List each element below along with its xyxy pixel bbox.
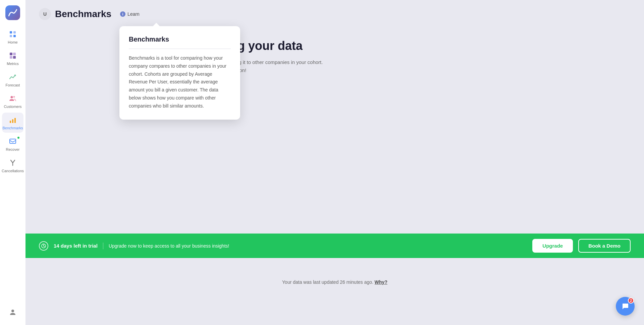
tooltip-popup: Benchmarks Benchmarks is a tool for comp… bbox=[119, 26, 240, 120]
sidebar-item-home-label: Home bbox=[8, 40, 17, 44]
svg-rect-5 bbox=[13, 53, 16, 55]
learn-button[interactable]: i Learn bbox=[115, 9, 144, 19]
main-content: U Benchmarks i Learn Benchmarks Benchmar… bbox=[25, 0, 644, 325]
home-icon bbox=[8, 29, 17, 39]
svg-rect-7 bbox=[13, 56, 16, 59]
page-title: Benchmarks bbox=[55, 9, 111, 19]
tooltip-title: Benchmarks bbox=[129, 36, 231, 43]
info-icon: i bbox=[120, 11, 125, 17]
sidebar-item-forecast-label: Forecast bbox=[6, 83, 20, 87]
sidebar-item-recover-label: Recover bbox=[6, 147, 20, 151]
tooltip-body: Benchmarks is a tool for comparing how y… bbox=[129, 54, 231, 110]
footer: Your data was last updated 26 minutes ag… bbox=[25, 279, 644, 285]
cancellations-icon bbox=[8, 158, 17, 168]
sidebar-item-cancellations[interactable]: Cancellations bbox=[2, 155, 23, 176]
svg-rect-3 bbox=[13, 35, 16, 37]
sidebar-item-metrics[interactable]: Metrics bbox=[2, 48, 23, 68]
sidebar-item-benchmarks-label: Benchmarks bbox=[2, 126, 23, 130]
chat-badge: 2 bbox=[628, 298, 634, 304]
footer-text: Your data was last updated 26 minutes ag… bbox=[282, 279, 373, 285]
svg-point-10 bbox=[13, 96, 15, 98]
sidebar: Home Metrics Forecast bbox=[0, 0, 25, 325]
customers-icon bbox=[8, 94, 17, 103]
sidebar-item-cancellations-label: Cancellations bbox=[2, 169, 24, 173]
svg-rect-13 bbox=[14, 118, 16, 123]
benchmarks-icon bbox=[8, 115, 17, 125]
svg-point-8 bbox=[14, 75, 16, 76]
recover-icon bbox=[8, 137, 17, 146]
sidebar-item-customers[interactable]: Customers bbox=[2, 91, 23, 111]
sidebar-item-metrics-label: Metrics bbox=[7, 62, 18, 66]
recover-notification-dot bbox=[17, 136, 20, 139]
svg-rect-0 bbox=[10, 31, 12, 34]
svg-rect-1 bbox=[13, 31, 16, 34]
sidebar-item-user-profile[interactable] bbox=[2, 305, 23, 320]
user-profile-icon bbox=[8, 308, 17, 317]
svg-rect-6 bbox=[10, 56, 12, 59]
trial-divider bbox=[103, 243, 103, 249]
tooltip-divider bbox=[129, 49, 231, 49]
trial-banner: 14 days left in trial Upgrade now to kee… bbox=[25, 234, 644, 258]
user-badge: U bbox=[39, 8, 51, 20]
clock-icon bbox=[39, 241, 48, 251]
svg-point-9 bbox=[11, 96, 13, 99]
upgrade-button[interactable]: Upgrade bbox=[532, 239, 573, 253]
svg-point-15 bbox=[11, 310, 14, 312]
why-link[interactable]: Why? bbox=[375, 279, 387, 285]
learn-button-label: Learn bbox=[127, 11, 140, 17]
app-logo[interactable] bbox=[5, 5, 20, 20]
svg-rect-2 bbox=[10, 35, 12, 37]
svg-rect-12 bbox=[12, 119, 13, 123]
sidebar-item-home[interactable]: Home bbox=[2, 27, 23, 47]
metrics-icon bbox=[8, 51, 17, 60]
chat-button[interactable]: 2 bbox=[616, 297, 635, 316]
svg-rect-11 bbox=[10, 121, 11, 123]
sidebar-item-recover[interactable]: Recover bbox=[2, 134, 23, 154]
page-header: U Benchmarks i Learn bbox=[25, 0, 644, 25]
book-demo-button[interactable]: Book a Demo bbox=[578, 239, 631, 253]
trial-message: Upgrade now to keep access to all your b… bbox=[109, 243, 527, 249]
forecast-icon bbox=[8, 72, 17, 82]
sidebar-item-forecast[interactable]: Forecast bbox=[2, 70, 23, 90]
sidebar-item-benchmarks[interactable]: Benchmarks bbox=[2, 113, 23, 133]
sidebar-item-customers-label: Customers bbox=[4, 105, 21, 109]
trial-days-left: 14 days left in trial bbox=[54, 243, 98, 249]
svg-rect-4 bbox=[10, 53, 12, 55]
